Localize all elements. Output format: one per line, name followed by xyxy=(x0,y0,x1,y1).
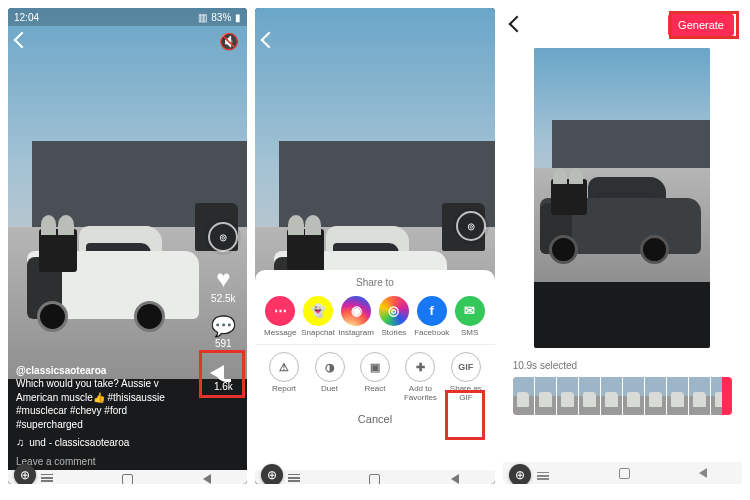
back-button[interactable] xyxy=(200,474,214,480)
zoom-icon[interactable]: ⊕ xyxy=(14,464,36,484)
caption-line: Which would you take? Aussie v xyxy=(16,377,191,391)
share-app-snapchat[interactable]: 👻Snapchat xyxy=(301,296,335,337)
facebook-icon: f xyxy=(417,296,447,326)
video-caption: @classicsaotearoa Which would you take? … xyxy=(16,364,191,450)
share-app-label: Snapchat xyxy=(301,329,335,337)
android-nav xyxy=(255,470,494,484)
battery-icon: ▮ xyxy=(235,12,241,23)
zoom-icon[interactable]: ⊕ xyxy=(261,464,283,484)
share-app-stories[interactable]: ◎Stories xyxy=(377,296,411,337)
share-row-apps: ⋯Message👻Snapchat◉Instagram◎StoriesfFace… xyxy=(255,292,494,341)
instagram-icon: ◉ xyxy=(341,296,371,326)
share-app-label: Message xyxy=(264,329,296,337)
author-ring[interactable]: ⊚ xyxy=(205,219,241,255)
stories-icon: ◎ xyxy=(379,296,409,326)
comment-button[interactable]: 💬 591 xyxy=(211,314,236,349)
react-icon: ▣ xyxy=(360,352,390,382)
share-app-facebook[interactable]: fFacebook xyxy=(415,296,449,337)
share-action-report[interactable]: ⚠Report xyxy=(267,352,301,402)
logo-icon: ⊚ xyxy=(208,222,238,252)
share-action-label: Report xyxy=(272,385,296,393)
author-handle[interactable]: @classicsaotearoa xyxy=(16,364,191,378)
home-button[interactable] xyxy=(619,468,630,479)
trim-handle-right[interactable] xyxy=(722,377,732,415)
share-action-label: Duet xyxy=(321,385,338,393)
signal-icon: ▥ xyxy=(198,12,207,23)
battery-text: 83% xyxy=(211,12,231,23)
add-to-favorites-icon: ✚ xyxy=(405,352,435,382)
back-icon[interactable] xyxy=(263,32,275,50)
sms-icon: ✉ xyxy=(455,296,485,326)
share-action-react[interactable]: ▣React xyxy=(358,352,392,402)
share-app-label: Stories xyxy=(381,329,406,337)
share-app-message[interactable]: ⋯Message xyxy=(263,296,297,337)
comment-icon: 💬 xyxy=(211,314,236,338)
music-note-icon: ♫ xyxy=(16,435,24,450)
share-app-sms[interactable]: ✉SMS xyxy=(453,296,487,337)
back-button[interactable] xyxy=(448,474,462,480)
message-icon: ⋯ xyxy=(265,296,295,326)
sound-text: und - classicsaotearoa xyxy=(29,436,129,450)
comment-count: 591 xyxy=(211,338,236,349)
recents-button[interactable] xyxy=(537,472,549,474)
sound-row[interactable]: ♫ und - classicsaotearoa xyxy=(16,435,191,450)
snapchat-icon: 👻 xyxy=(303,296,333,326)
phone-share-sheet: ⊚ Share to ⋯Message👻Snapchat◉Instagram◎S… xyxy=(255,8,494,484)
author-ring[interactable]: ⊚ xyxy=(453,208,489,244)
highlight-share-as-gif xyxy=(445,390,485,440)
phone-tiktok-feed: 12:04 ▥ 83% ▮ 🔇 ⊚ ♥ 52.5k 💬 591 1.6k @cl… xyxy=(8,8,247,484)
share-as-gif-icon: GIF xyxy=(451,352,481,382)
status-bar: 12:04 ▥ 83% ▮ xyxy=(8,8,247,26)
highlight-generate xyxy=(669,11,739,39)
zoom-icon[interactable]: ⊕ xyxy=(509,464,531,484)
share-app-instagram[interactable]: ◉Instagram xyxy=(339,296,373,337)
like-button[interactable]: ♥ 52.5k xyxy=(211,265,235,304)
android-nav xyxy=(8,470,247,484)
share-action-label: React xyxy=(365,385,386,393)
video-car xyxy=(27,208,199,332)
logo-icon: ⊚ xyxy=(456,211,486,241)
share-app-label: Instagram xyxy=(338,329,374,337)
home-button[interactable] xyxy=(121,474,135,480)
report-icon: ⚠ xyxy=(269,352,299,382)
back-button[interactable] xyxy=(699,468,707,478)
heart-icon: ♥ xyxy=(211,265,235,293)
timeline-strip[interactable] xyxy=(513,377,732,415)
phone-gif-editor: Generate 10.9s selected ⊕ xyxy=(503,8,742,484)
share-action-add-to-favorites[interactable]: ✚Add to Favorites xyxy=(403,352,437,402)
like-count: 52.5k xyxy=(211,293,235,304)
share-action-duet[interactable]: ◑Duet xyxy=(313,352,347,402)
back-icon[interactable] xyxy=(511,16,523,34)
back-icon[interactable] xyxy=(16,32,28,50)
status-time: 12:04 xyxy=(14,12,39,23)
mute-icon[interactable]: 🔇 xyxy=(219,32,239,51)
gif-preview xyxy=(534,48,710,348)
share-title: Share to xyxy=(255,270,494,292)
highlight-share xyxy=(199,350,245,398)
duet-icon: ◑ xyxy=(315,352,345,382)
recents-button[interactable] xyxy=(41,474,55,480)
home-button[interactable] xyxy=(368,474,382,480)
duration-selected: 10.9s selected xyxy=(513,360,732,371)
android-nav xyxy=(503,462,742,484)
share-app-label: SMS xyxy=(461,329,478,337)
share-action-label: Add to Favorites xyxy=(403,385,437,402)
recents-button[interactable] xyxy=(288,474,302,480)
caption-line: #musclecar #chevy #ford #supercharged xyxy=(16,404,191,431)
caption-line: American muscle👍 #thisisaussie xyxy=(16,391,191,405)
share-app-label: Facebook xyxy=(414,329,449,337)
